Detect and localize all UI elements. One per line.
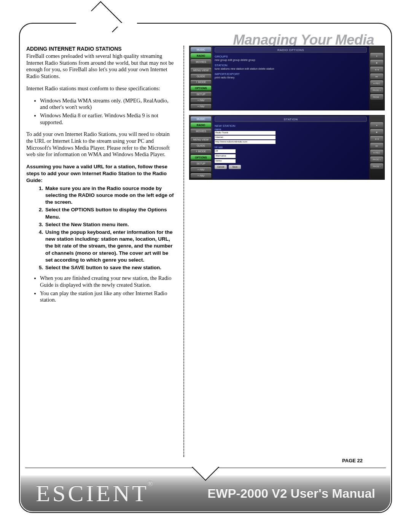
column-divider (183, 46, 184, 457)
brand-text: ESCIENT (36, 480, 149, 506)
step-item: Using the popup keyboard, enter informat… (45, 229, 176, 264)
fav-button[interactable]: + FAV (191, 104, 211, 109)
screenshot-right-nav: ▸ ■ ◄◄ ▸▸ ● REC PAGE + PAGE - (369, 115, 384, 179)
fav-button[interactable]: + FAV (191, 98, 211, 103)
screenshot-title: RADIO OPTIONS (215, 47, 367, 53)
list-item: Windows Media 8 or earlier. Windows Medi… (40, 112, 176, 126)
screenshot-main: RADIO OPTIONS GROUPS new group edit grou… (212, 46, 369, 110)
fav-button[interactable]: + FAV (191, 167, 211, 172)
screenshot-left-nav: MUSIC RADIO MOVIES MENU VIEW GUIDE + MOD… (190, 46, 212, 110)
registered-icon: ® (148, 480, 155, 487)
step-item: Select the SAVE button to save the new s… (45, 264, 176, 271)
menuview-button[interactable]: MENU VIEW (191, 68, 211, 73)
screenshot-main: STATION NEW STATION name Radio Tronik In… (212, 115, 369, 179)
field-label: name (215, 128, 367, 131)
heading: ADDING INTERNET RADIO STATIONS (26, 46, 176, 52)
channels-select[interactable]: stereo (215, 159, 236, 163)
radio-button[interactable]: RADIO (191, 123, 211, 128)
rew-button[interactable]: ◄◄ (370, 67, 383, 72)
stop-button[interactable]: ■ (370, 129, 383, 135)
manual-title: EWP-2000 V2 User's Manual (207, 486, 375, 501)
mode-button[interactable]: + MODE (191, 149, 211, 154)
movies-button[interactable]: MOVIES (191, 129, 211, 134)
screenshot-radio-options: MUSIC RADIO MOVIES MENU VIEW GUIDE + MOD… (189, 46, 385, 110)
genre-select[interactable]: Alternative (215, 154, 236, 158)
paragraph: To add your own Internet Radio Stations,… (26, 131, 176, 158)
screenshot-left-nav: MUSIC RADIO MOVIES MENU VIEW GUIDE + MOD… (190, 115, 212, 179)
notes-list: When you are finished creating your new … (40, 275, 176, 304)
pagedown-button[interactable]: PAGE - (370, 94, 383, 100)
movies-button[interactable]: MOVIES (191, 59, 211, 64)
pagedown-button[interactable]: PAGE - (370, 163, 383, 169)
list-item: When you are finished creating your new … (40, 275, 176, 288)
music-button[interactable]: MUSIC (191, 117, 211, 121)
list-item: You can play the station just like any o… (40, 290, 176, 304)
screenshot-title: STATION (215, 117, 367, 122)
paragraph: Internet Radio stations must conform to … (26, 85, 176, 92)
brand-logo: ESCIENT® (36, 480, 207, 507)
group-title: GROUPS (215, 55, 367, 58)
stop-button[interactable]: ■ (370, 60, 383, 66)
rec-button[interactable]: ● REC (370, 150, 383, 155)
bitrate-select[interactable]: 24 (215, 149, 236, 153)
group-items: tune stations new station edit station d… (215, 67, 367, 70)
guide-button[interactable]: GUIDE (191, 74, 211, 79)
setup-button[interactable]: SETUP (191, 161, 211, 166)
paragraph: FireBall comes preloaded with several hi… (26, 53, 176, 80)
cancel-button[interactable]: Cancel (215, 165, 227, 169)
location-field[interactable]: Internet (215, 136, 276, 139)
name-field[interactable]: Radio Tronik (215, 131, 276, 135)
spec-list: Windows Media WMA streams only. (MPEG, R… (40, 97, 176, 126)
field-label: bit rate (215, 146, 367, 149)
screenshot-right-nav: ▸ ■ ◄◄ ▸▸ ● REC PAGE + PAGE - (369, 46, 384, 110)
group-title: IMPORT/EXPORT (215, 72, 367, 76)
save-button[interactable]: Save (229, 165, 241, 169)
play-button[interactable]: ▸ (370, 122, 383, 128)
steps-list: Make sure you are in the Radio source mo… (45, 185, 176, 272)
guide-button[interactable]: GUIDE (191, 143, 211, 148)
ff-button[interactable]: ▸▸ (370, 73, 383, 79)
pageup-button[interactable]: PAGE + (370, 87, 383, 93)
step-item: Select the OPTIONS button to display the… (45, 206, 176, 220)
step-item: Make sure you are in the Radio source mo… (45, 185, 176, 206)
mode-button[interactable]: + MODE (191, 80, 211, 85)
screenshot-new-station: MUSIC RADIO MOVIES MENU VIEW GUIDE + MOD… (189, 115, 385, 180)
options-button[interactable]: OPTIONS (191, 155, 211, 160)
text-column: ADDING INTERNET RADIO STATIONS FireBall … (24, 46, 180, 457)
play-button[interactable]: ▸ (370, 53, 383, 59)
list-item: Windows Media WMA streams only. (MPEG, R… (40, 97, 176, 111)
page-number: PAGE 22 (342, 458, 363, 463)
rec-button[interactable]: ● REC (370, 80, 383, 86)
content-area: ADDING INTERNET RADIO STATIONS FireBall … (24, 46, 387, 457)
url-field[interactable]: http://www.radiotronikradio.com (215, 140, 276, 144)
options-button[interactable]: OPTIONS (191, 86, 211, 91)
radio-button[interactable]: RADIO (191, 53, 211, 58)
ff-button[interactable]: ▸▸ (370, 143, 383, 149)
fav-button[interactable]: + FAV (191, 173, 211, 178)
step-item: Select the New Station menu item. (45, 221, 176, 228)
screenshot-column: MUSIC RADIO MOVIES MENU VIEW GUIDE + MOD… (187, 46, 387, 457)
group-items: print radio library (215, 76, 367, 79)
setup-button[interactable]: SETUP (191, 92, 211, 97)
page-frame: Managing Your Media ADDING INTERNET RADI… (19, 23, 392, 513)
group-title: STATION (215, 64, 367, 67)
music-button[interactable]: MUSIC (191, 47, 211, 52)
menuview-button[interactable]: MENU VIEW (191, 137, 211, 142)
instruction-intro: Assuming you have a valid URL for a stat… (26, 163, 176, 184)
form-heading: NEW STATION (215, 124, 367, 128)
rew-button[interactable]: ◄◄ (370, 136, 383, 142)
group-items: new group edit group delete group (215, 59, 367, 61)
pageup-button[interactable]: PAGE + (370, 157, 383, 162)
